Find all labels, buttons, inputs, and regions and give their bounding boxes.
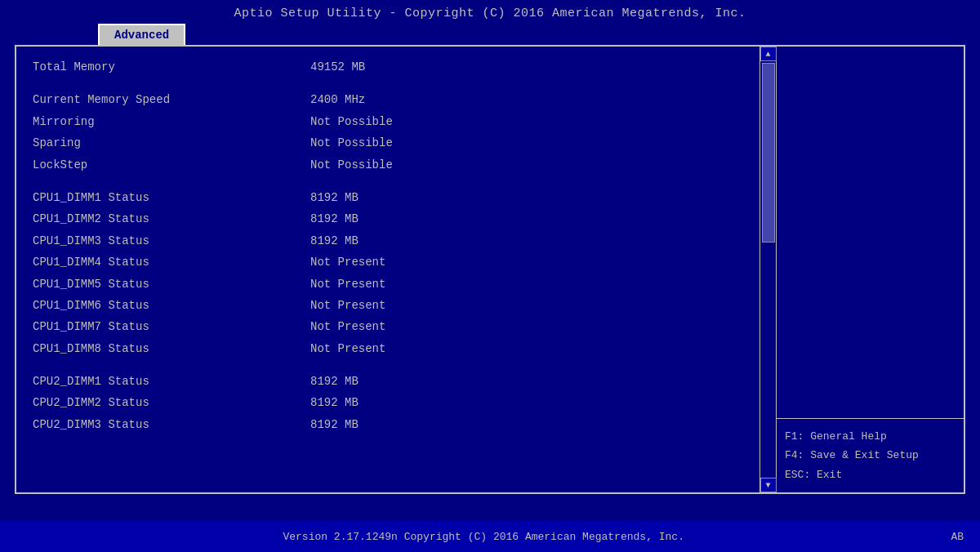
scroll-thumb[interactable] (762, 63, 775, 243)
row-label: CPU1_DIMM8 Status (33, 340, 310, 358)
table-row: CPU1_DIMM2 Status8192 MB (33, 208, 743, 229)
table-row: CPU1_DIMM3 Status8192 MB (33, 230, 743, 252)
title-bar: Aptio Setup Utility - Copyright (C) 2016… (0, 0, 980, 24)
main-area: Total Memory49152 MBCurrent Memory Speed… (15, 45, 965, 494)
tab-advanced[interactable]: Advanced (98, 24, 185, 45)
row-spacer (33, 359, 743, 371)
row-label: Mirroring (33, 113, 310, 131)
row-label: CPU1_DIMM6 Status (33, 296, 310, 314)
scrollbar[interactable]: ▲ ▼ (760, 47, 776, 492)
row-label: CPU2_DIMM1 Status (33, 372, 310, 390)
row-spacer (33, 78, 743, 89)
row-value: Not Possible (310, 156, 393, 174)
table-row: SparingNot Possible (33, 132, 743, 154)
row-value: 8192 MB (310, 210, 359, 228)
right-panel: F1: General Help F4: Save & Exit Setup E… (776, 47, 964, 492)
row-value: Not Possible (310, 134, 393, 152)
table-row: CPU1_DIMM8 StatusNot Present (33, 338, 743, 359)
table-row: CPU1_DIMM6 StatusNot Present (33, 295, 743, 316)
row-label: CPU1_DIMM2 Status (33, 210, 310, 228)
row-value: 8192 MB (310, 394, 359, 412)
tab-row: Advanced (0, 24, 980, 45)
row-label: Sparing (33, 134, 310, 152)
table-row: LockStepNot Possible (33, 154, 743, 176)
row-spacer (33, 176, 743, 187)
row-label: CPU1_DIMM4 Status (33, 253, 310, 271)
footer-badge: AB (951, 531, 964, 543)
row-value: Not Present (310, 253, 385, 271)
row-value: 2400 MHz (310, 91, 365, 109)
help-panel: F1: General Help F4: Save & Exit Setup E… (777, 418, 964, 492)
table-row: CPU2_DIMM1 Status8192 MB (33, 371, 743, 392)
table-row: CPU2_DIMM3 Status8192 MB (33, 414, 743, 435)
table-row: CPU2_DIMM2 Status8192 MB (33, 392, 743, 413)
row-value: Not Present (310, 296, 385, 314)
table-row: Current Memory Speed2400 MHz (33, 89, 743, 110)
help-esc: ESC: Exit (785, 465, 956, 484)
row-label: CPU2_DIMM3 Status (33, 416, 310, 434)
table-row: CPU1_DIMM4 StatusNot Present (33, 252, 743, 273)
table-row: CPU1_DIMM5 StatusNot Present (33, 274, 743, 295)
row-value: 8192 MB (310, 372, 359, 390)
table-row: MirroringNot Possible (33, 111, 743, 132)
row-label: Total Memory (33, 58, 310, 76)
row-label: CPU1_DIMM7 Status (33, 318, 310, 336)
row-label: CPU2_DIMM2 Status (33, 394, 310, 412)
row-label: CPU1_DIMM5 Status (33, 275, 310, 293)
table-row: CPU1_DIMM1 Status8192 MB (33, 187, 743, 208)
right-top-area (777, 47, 964, 418)
footer-version: Version 2.17.1249n Copyright (C) 2016 Am… (16, 531, 951, 543)
help-f1: F1: General Help (785, 427, 956, 446)
help-f4: F4: Save & Exit Setup (785, 446, 956, 465)
row-value: 8192 MB (310, 416, 359, 434)
scroll-up-arrow[interactable]: ▲ (760, 47, 777, 61)
row-value: 49152 MB (310, 58, 365, 76)
row-label: CPU1_DIMM3 Status (33, 232, 310, 250)
row-value: 8192 MB (310, 232, 359, 250)
bottom-bar: Version 2.17.1249n Copyright (C) 2016 Am… (0, 521, 980, 552)
row-label: CPU1_DIMM1 Status (33, 189, 310, 207)
table-row: CPU1_DIMM7 StatusNot Present (33, 316, 743, 337)
row-value: Not Present (310, 340, 385, 358)
header-title: Aptio Setup Utility - Copyright (C) 2016… (234, 7, 746, 20)
scroll-down-arrow[interactable]: ▼ (760, 478, 777, 492)
row-value: Not Present (310, 275, 385, 293)
row-value: Not Possible (310, 113, 393, 131)
row-label: LockStep (33, 156, 310, 174)
row-value: Not Present (310, 318, 385, 336)
row-label: Current Memory Speed (33, 91, 310, 109)
table-row: Total Memory49152 MB (33, 56, 743, 78)
left-panel: Total Memory49152 MBCurrent Memory Speed… (16, 47, 760, 492)
row-value: 8192 MB (310, 189, 359, 207)
